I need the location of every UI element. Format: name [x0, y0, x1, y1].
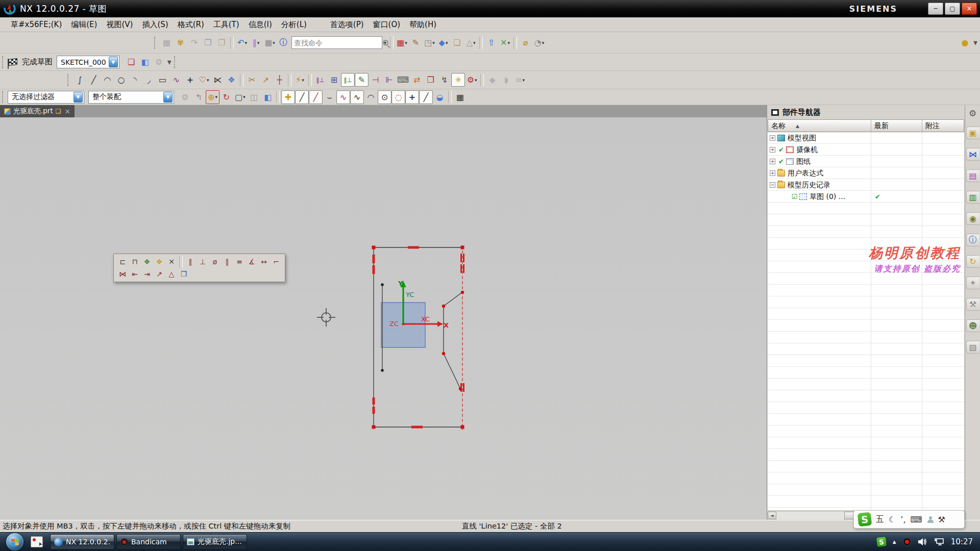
collinear-constraint-icon[interactable]: ∥ — [184, 256, 197, 268]
column-note[interactable]: 附注 — [922, 120, 964, 132]
show-remove-constraints-icon[interactable]: ⊣ — [369, 73, 382, 87]
menu-preferences[interactable]: 首选项(P) — [326, 18, 369, 31]
more-caret-icon[interactable]: ▾ — [166, 55, 173, 69]
taskbar-button-nx[interactable]: NX 12.0.0.2... — [50, 534, 114, 549]
nav-row-sketch[interactable]: ☑ 草图 (0) ... ✔ — [768, 191, 964, 203]
dim-angle-icon[interactable]: △ — [165, 268, 178, 280]
orient-to-sketch-icon[interactable]: ◧ — [138, 55, 152, 69]
paste-icon[interactable]: ❒ — [215, 36, 229, 49]
dim-width-icon[interactable]: ⇤ — [129, 268, 141, 280]
snap-circle-center-icon[interactable]: ⊙ — [378, 90, 391, 104]
quick-trim-icon[interactable]: ✂ — [245, 73, 259, 87]
extrude-disabled-icon[interactable]: ◆ — [485, 73, 499, 87]
convert-reference-icon[interactable]: ❒ — [424, 73, 437, 87]
web-browser-tab[interactable]: ⓘ — [966, 234, 979, 246]
check-icon[interactable]: ☑ — [791, 193, 798, 201]
navigator-settings-icon[interactable]: ⚙ — [969, 108, 976, 118]
ime-toolbar[interactable]: S 五 ☾ ’, ⌨ ⚒ — [853, 510, 965, 529]
dim-diagonal-icon[interactable]: ↗ — [153, 268, 165, 280]
menu-format[interactable]: 格式(R) — [173, 18, 209, 31]
ime-halfwidth-icon[interactable]: ☾ — [889, 515, 896, 524]
shaded-cube-icon[interactable]: ◫ — [247, 90, 261, 104]
roles-tab[interactable]: ☻ — [966, 319, 979, 332]
vertical-constraint-icon[interactable]: ⌐ — [270, 256, 282, 268]
system-visualization-tab[interactable]: ▧ — [966, 341, 979, 354]
alternate-solution-icon[interactable]: ⌨ — [396, 73, 410, 87]
constraint-tools-icon[interactable]: ⊩ — [382, 73, 396, 87]
reuse-library-tab[interactable]: ▥ — [966, 191, 979, 204]
point-icon[interactable]: + — [183, 73, 197, 87]
process-studio-tab[interactable]: ✦ — [966, 277, 979, 289]
dim-vertical-icon[interactable]: ⊓ — [129, 256, 141, 268]
angle-constraint-icon[interactable]: ∡ — [246, 256, 258, 268]
tab-part[interactable]: 光驱底壳.prt ❏ × — [0, 105, 75, 117]
finish-sketch-button[interactable]: 完成草图 — [22, 57, 53, 67]
stroke-lines-icon[interactable]: ∥▾ — [249, 36, 263, 49]
start-button[interactable] — [6, 533, 23, 550]
fillet-icon[interactable]: ◝ — [128, 73, 142, 87]
menu-insert[interactable]: 插入(S) — [137, 18, 173, 31]
snap-point-icon[interactable]: ✚ — [281, 90, 295, 104]
style-wand-icon[interactable]: ❖ — [153, 256, 165, 268]
menu-information[interactable]: 信息(I) — [244, 18, 277, 31]
constraint-wand-icon[interactable]: ⚙▾ — [465, 73, 479, 87]
studio-spline-icon[interactable]: ∿ — [169, 73, 183, 87]
column-name[interactable]: 名称 ▲ — [768, 120, 871, 132]
tangent-constraint-icon[interactable]: ø — [209, 256, 221, 268]
tab-close-icon[interactable]: × — [64, 107, 70, 115]
promote-body-icon[interactable]: ⇧ — [484, 36, 498, 49]
selection-filter-combo[interactable]: 无选择过滤器 ▼ — [8, 91, 84, 104]
intersection-curve-icon[interactable]: ⋉ — [211, 73, 225, 87]
graphics-canvas[interactable]: Y YC ZC XC X — [0, 117, 767, 520]
snap-point-on-face-icon[interactable]: ◒ — [433, 90, 447, 104]
rectangle-icon[interactable]: ▭ — [156, 73, 169, 87]
roles-sphere-icon[interactable]: ● — [958, 36, 972, 49]
ime-toolbox-icon[interactable]: ⚒ — [938, 515, 945, 524]
hd3d-tools-tab[interactable]: ◉ — [966, 212, 979, 225]
ime-keyboard-icon[interactable]: ⌨ — [911, 515, 922, 524]
snap-spline-point-icon[interactable]: ∿ — [336, 90, 350, 104]
ime-mode-icon[interactable]: 五 — [876, 514, 884, 525]
mirror-curve-icon[interactable]: ⋈ — [116, 268, 129, 280]
swept-icon[interactable]: △▾ — [464, 36, 478, 49]
grid-snap-icon[interactable]: ▦ — [453, 90, 467, 104]
profile-icon[interactable]: ∫ — [73, 73, 87, 87]
menu-view[interactable]: 视图(V) — [102, 18, 137, 31]
solid-cube-icon[interactable]: ◧ — [261, 90, 275, 104]
command-finder[interactable] — [291, 36, 382, 49]
scroll-left-icon[interactable]: ◄ — [768, 512, 776, 519]
combo-caret-icon[interactable]: ▼ — [74, 92, 83, 103]
object-info-icon[interactable]: ⓘ — [277, 36, 290, 49]
dim-horizontal-icon[interactable]: ⊏ — [116, 256, 129, 268]
menu-help[interactable]: 帮助(H) — [405, 18, 441, 31]
manufacturing-wizard-tab[interactable]: ⚒ — [966, 298, 979, 311]
history-palette-tab[interactable]: ↻ — [966, 255, 979, 268]
sogou-logo-icon[interactable]: S — [857, 512, 872, 527]
inherit-style-icon[interactable]: ❖ — [141, 256, 153, 268]
extrude-icon[interactable]: ◆▾ — [436, 36, 450, 49]
part-navigator-tab[interactable]: ▤ — [966, 169, 979, 182]
filter-plus-icon[interactable]: ⊕▾ — [206, 90, 219, 104]
combo-caret-icon[interactable]: ▼ — [163, 92, 173, 103]
relations-browser-icon[interactable]: ↯ — [437, 73, 451, 87]
maximize-button[interactable]: ▢ — [945, 3, 960, 15]
expander-icon[interactable]: + — [770, 147, 775, 153]
expander-icon[interactable]: + — [770, 159, 775, 164]
perpendicular-constraint-icon[interactable]: ⊥ — [197, 256, 209, 268]
snap-midpoint-icon[interactable]: ╱ — [309, 90, 323, 104]
auto-constrain-icon[interactable]: ✎ — [355, 73, 369, 87]
sketch-pencil-icon[interactable]: ✎ — [409, 36, 423, 49]
pinned-capture-icon[interactable]: ➤ — [31, 536, 43, 547]
constraint-settings-icon[interactable]: ⊞ — [327, 73, 341, 87]
circle-icon[interactable]: ○ — [114, 73, 128, 87]
taskbar-button-image[interactable]: 光驱底壳.jp... — [183, 534, 247, 549]
analysis-icon[interactable]: ◔▾ — [532, 36, 546, 49]
pattern-curve-icon[interactable]: ❖ — [225, 73, 238, 87]
color-swatch-icon[interactable]: ■▾ — [263, 36, 277, 49]
sketch-name-combo[interactable]: SKETCH_000 ▼ — [57, 56, 119, 68]
copy-format-icon[interactable]: ❐ — [178, 268, 190, 280]
check-icon[interactable]: ✔ — [777, 158, 785, 165]
minimize-button[interactable]: ─ — [928, 3, 943, 15]
column-latest[interactable]: 最新 — [871, 120, 922, 132]
bandicam-tray-icon[interactable] — [903, 538, 911, 546]
